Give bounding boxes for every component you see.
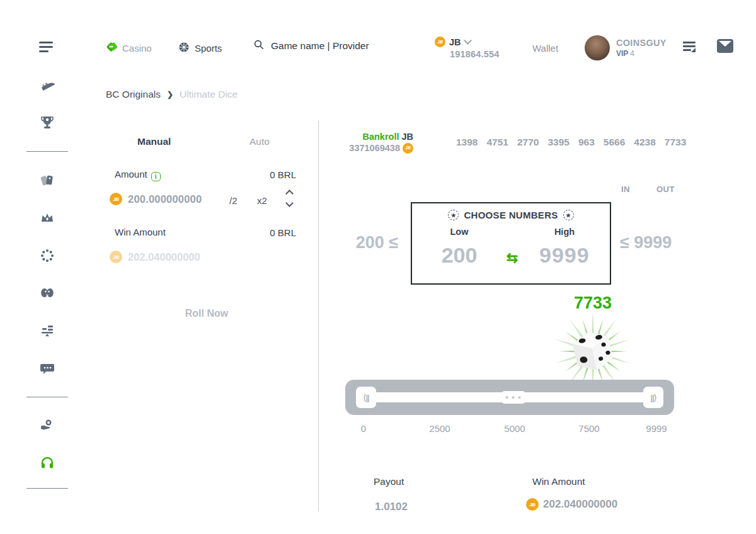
history-item[interactable]: 4238 <box>634 137 655 148</box>
nav-casino-label: Casino <box>122 43 152 54</box>
app-window: Casino Sports JB JB 191864.554 Wallet CO… <box>0 0 756 534</box>
game-search[interactable] <box>253 39 381 53</box>
tick-label: 5000 <box>504 423 525 434</box>
high-value-input[interactable]: 9999 <box>539 243 590 267</box>
dice-graphic <box>546 307 640 390</box>
history-item[interactable]: 2770 <box>517 137 539 148</box>
win-amount-value: 202.040000000 <box>128 251 200 263</box>
choose-numbers-title: ★ CHOOSE NUMBERS ★ <box>412 210 610 220</box>
dotted-ring-icon[interactable] <box>40 248 55 263</box>
avatar[interactable] <box>585 35 610 60</box>
jb-coin-icon: JB <box>110 193 122 205</box>
history-item[interactable]: 4751 <box>486 137 508 148</box>
bottom-stats: Payout Win Amount 1.0102 JB 202.04000000… <box>340 471 693 511</box>
chat-icon[interactable] <box>40 361 55 376</box>
vip-badge: VIP4 <box>616 49 667 58</box>
win-amount-fiat: 0 BRL <box>246 227 296 238</box>
breadcrumb: BC Originals ❯ Ultimate Dice <box>106 89 238 100</box>
nav-sports[interactable]: Sports <box>178 40 222 56</box>
crown-icon[interactable] <box>40 210 55 225</box>
currency-selector[interactable]: JB JB 191864.554 <box>435 37 500 59</box>
bet-in-toggle[interactable]: IN <box>621 185 630 194</box>
breadcrumb-current: Ultimate Dice <box>180 89 238 100</box>
history-item[interactable]: 7733 <box>665 137 686 148</box>
panel-divider <box>318 121 319 511</box>
search-icon <box>253 39 265 53</box>
bankroll-value: 3371069438 <box>349 142 400 154</box>
tick-label: 9999 <box>646 423 667 434</box>
wallet-button[interactable]: Wallet <box>532 43 558 54</box>
slider-left-handle[interactable]: ⟨|| <box>356 387 376 408</box>
win-amount-display: JB 202.040000000 <box>110 251 200 263</box>
range-min-text: 200 ≤ <box>340 233 398 253</box>
amount-fiat: 0 BRL <box>246 169 296 180</box>
bet-out-toggle[interactable]: OUT <box>656 185 675 194</box>
tags-icon[interactable] <box>40 173 55 188</box>
range-max-text: ≤ 9999 <box>620 233 672 253</box>
tick-label: 7500 <box>578 423 599 434</box>
balance-value: 191864.554 <box>450 49 500 59</box>
payout-label: Payout <box>374 476 404 487</box>
trophy-icon[interactable] <box>40 115 55 130</box>
choose-numbers-box: ★ CHOOSE NUMBERS ★ Low High 200 ⇆ 9999 <box>411 202 611 285</box>
swap-values-icon[interactable]: ⇆ <box>500 250 524 266</box>
roll-now-button[interactable]: Roll Now <box>156 305 257 322</box>
sidebar-divider <box>26 488 68 489</box>
dice-cube <box>571 328 615 375</box>
info-icon[interactable]: i <box>151 172 161 181</box>
stepper-up-icon[interactable] <box>285 190 294 198</box>
amount-input[interactable]: JB 200.000000000 <box>110 193 202 205</box>
jb-coin-icon: JB <box>110 251 122 263</box>
jb-coin-icon: JB <box>403 143 413 154</box>
jb-coin-icon: JB <box>526 498 539 511</box>
search-input[interactable] <box>271 40 381 52</box>
low-value-input[interactable]: 200 <box>421 243 497 268</box>
bankroll-block[interactable]: BankrollJB 3371069438JB <box>340 131 413 154</box>
low-label: Low <box>440 227 478 237</box>
hand-coin-icon[interactable] <box>40 418 55 433</box>
win-amount-label: Win Amount <box>532 476 585 487</box>
history-item[interactable]: 963 <box>578 137 595 148</box>
jb-coin-icon: JB <box>435 37 445 47</box>
amount-stepper[interactable] <box>287 191 292 206</box>
history-item[interactable]: 1398 <box>456 137 478 148</box>
support-headset-icon[interactable] <box>40 455 55 470</box>
casino-diamond-icon <box>105 41 117 55</box>
history-item[interactable]: 3395 <box>547 137 569 148</box>
history-item[interactable]: 5666 <box>604 137 625 148</box>
sidebar-divider <box>26 397 68 397</box>
high-label: High <box>546 227 583 237</box>
mail-icon[interactable] <box>717 39 733 53</box>
breadcrumb-chevron-icon: ❯ <box>167 90 173 99</box>
payout-value: 1.0102 <box>375 501 408 511</box>
username: COINSGUY <box>616 38 667 48</box>
slider-right-handle[interactable]: ||⟩ <box>643 387 663 408</box>
sneaker-sports-icon[interactable] <box>40 77 55 93</box>
tick-label: 2500 <box>429 423 450 434</box>
range-slider[interactable]: ⟨|| ● ● ● ||⟩ <box>345 380 674 415</box>
bets-list-icon[interactable] <box>683 42 697 53</box>
menu-hamburger-icon[interactable] <box>39 42 55 54</box>
podium-icon[interactable] <box>40 323 55 338</box>
slider-mid-handle[interactable]: ● ● ● <box>501 391 525 404</box>
star-icon: ★ <box>563 210 574 220</box>
user-profile[interactable]: COINSGUY VIP4 <box>585 35 667 60</box>
currency-code: JB <box>449 37 461 47</box>
stepper-down-icon[interactable] <box>285 199 294 207</box>
star-icon: ★ <box>448 210 459 220</box>
double-bet-button[interactable]: x2 <box>257 195 267 206</box>
nav-casino[interactable]: Casino <box>105 40 152 56</box>
slider-scale: 0 2500 5000 7500 9999 <box>345 423 674 436</box>
amount-value[interactable]: 200.000000000 <box>128 193 202 205</box>
chevron-down-icon <box>464 37 472 45</box>
win-amount-label: Win Amount <box>115 227 166 237</box>
half-bet-button[interactable]: /2 <box>229 195 238 206</box>
tab-auto[interactable]: Auto <box>249 136 270 147</box>
basketball-icon <box>178 42 190 55</box>
nav-sports-label: Sports <box>195 43 222 54</box>
breadcrumb-parent[interactable]: BC Originals <box>106 89 161 100</box>
tick-label: 0 <box>361 423 366 434</box>
friends-icon[interactable] <box>40 285 55 300</box>
bankroll-label[interactable]: Bankroll <box>362 132 399 142</box>
tab-manual[interactable]: Manual <box>137 136 171 147</box>
